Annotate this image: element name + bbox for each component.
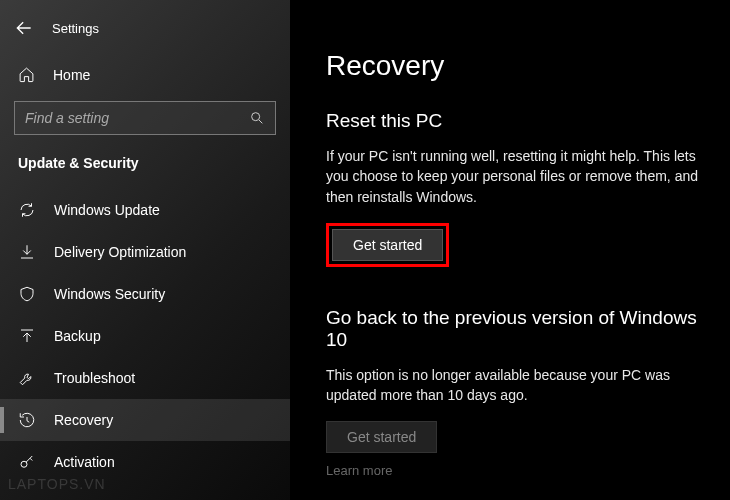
sidebar-item-windows-update[interactable]: Windows Update — [0, 189, 290, 231]
back-button[interactable] — [10, 14, 38, 42]
sidebar-item-label: Recovery — [54, 412, 113, 428]
sidebar-item-backup[interactable]: Backup — [0, 315, 290, 357]
download-icon — [18, 243, 36, 261]
svg-point-0 — [252, 113, 260, 121]
search-icon — [249, 110, 265, 126]
sidebar-item-delivery-optimization[interactable]: Delivery Optimization — [0, 231, 290, 273]
sidebar-item-label: Delivery Optimization — [54, 244, 186, 260]
sidebar-item-label: Troubleshoot — [54, 370, 135, 386]
shield-icon — [18, 285, 36, 303]
home-icon — [18, 66, 35, 83]
sync-icon — [18, 201, 36, 219]
sidebar-item-label: Backup — [54, 328, 101, 344]
highlight-annotation: Get started — [326, 223, 449, 267]
reset-get-started-button[interactable]: Get started — [332, 229, 443, 261]
sidebar-item-recovery[interactable]: Recovery — [0, 399, 290, 441]
arrow-left-icon — [14, 18, 34, 38]
sidebar-item-windows-security[interactable]: Windows Security — [0, 273, 290, 315]
home-link[interactable]: Home — [0, 56, 290, 93]
wrench-icon — [18, 369, 36, 387]
page-title: Recovery — [326, 50, 700, 82]
sidebar: Settings Home Update & Security Windows … — [0, 0, 290, 500]
sidebar-item-label: Activation — [54, 454, 115, 470]
category-heading: Update & Security — [0, 149, 290, 189]
sidebar-item-label: Windows Update — [54, 202, 160, 218]
backup-icon — [18, 327, 36, 345]
history-icon — [18, 411, 36, 429]
sidebar-item-troubleshoot[interactable]: Troubleshoot — [0, 357, 290, 399]
header-row: Settings — [0, 10, 290, 56]
main-content: Recovery Reset this PC If your PC isn't … — [290, 0, 730, 500]
goback-heading: Go back to the previous version of Windo… — [326, 307, 700, 351]
reset-heading: Reset this PC — [326, 110, 700, 132]
svg-point-1 — [21, 461, 27, 467]
reset-description: If your PC isn't running well, resetting… — [326, 146, 700, 207]
learn-more-link[interactable]: Learn more — [326, 463, 700, 478]
goback-get-started-button: Get started — [326, 421, 437, 453]
sidebar-item-label: Windows Security — [54, 286, 165, 302]
watermark: LAPTOPS.VN — [8, 476, 106, 492]
window-title: Settings — [52, 21, 99, 36]
key-icon — [18, 453, 36, 471]
goback-description: This option is no longer available becau… — [326, 365, 700, 406]
home-label: Home — [53, 67, 90, 83]
search-input[interactable] — [25, 110, 249, 126]
reset-pc-section: Reset this PC If your PC isn't running w… — [326, 110, 700, 267]
go-back-section: Go back to the previous version of Windo… — [326, 307, 700, 479]
search-box[interactable] — [14, 101, 276, 135]
